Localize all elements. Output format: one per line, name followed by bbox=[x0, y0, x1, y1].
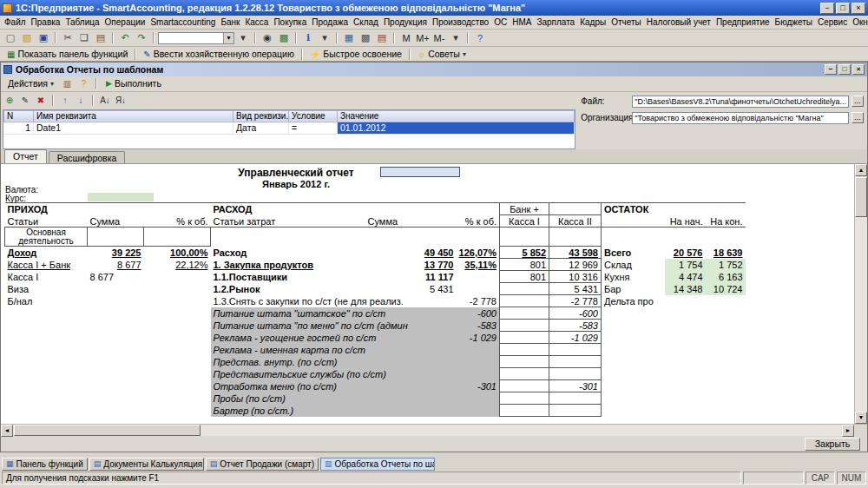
info-icon[interactable]: ℹ bbox=[300, 31, 316, 45]
table-icon[interactable]: ▦ bbox=[341, 31, 357, 45]
menu-item[interactable]: Сервис bbox=[815, 17, 850, 27]
sheet-cell[interactable] bbox=[549, 368, 602, 380]
sheet-cell[interactable]: Дельта про bbox=[602, 295, 665, 307]
sheet-cell[interactable] bbox=[144, 203, 211, 215]
sheet-cell[interactable]: 126,07% bbox=[457, 247, 500, 259]
sheet-cell[interactable] bbox=[88, 380, 144, 392]
sheet-cell[interactable] bbox=[665, 344, 706, 356]
menu-item[interactable]: Отчеты bbox=[608, 17, 644, 27]
sheet-cell[interactable] bbox=[665, 320, 706, 332]
sheet-cell[interactable]: Виза bbox=[5, 283, 88, 295]
sheet-cell[interactable]: 22,12% bbox=[144, 259, 211, 271]
selected-cell[interactable] bbox=[380, 167, 460, 177]
sheet-cell[interactable] bbox=[144, 295, 211, 307]
move-down-icon[interactable]: ↓ bbox=[74, 95, 88, 107]
sheet-cell[interactable] bbox=[549, 405, 602, 417]
sheet-cell[interactable] bbox=[602, 332, 665, 344]
sheet-cell[interactable]: 801 bbox=[500, 271, 549, 283]
sheet-cell[interactable]: Бартер (по с/ст.) bbox=[211, 405, 457, 417]
sheet-cell[interactable] bbox=[88, 392, 144, 405]
sheet-cell[interactable] bbox=[706, 380, 746, 392]
column-header-condition[interactable]: Условие bbox=[289, 110, 338, 122]
paste-icon[interactable]: ▤ bbox=[93, 31, 108, 45]
horizontal-scroll-thumb[interactable] bbox=[14, 425, 201, 436]
sheet-cell[interactable]: Банк + bbox=[500, 203, 549, 215]
scroll-down-icon[interactable]: ▼ bbox=[855, 412, 867, 424]
sheet-cell[interactable] bbox=[457, 368, 500, 380]
sheet-cell[interactable] bbox=[665, 392, 706, 405]
sheet-cell[interactable] bbox=[457, 356, 500, 368]
sheet-cell[interactable]: 6 163 bbox=[706, 271, 746, 283]
sheet-cell[interactable]: -2 778 bbox=[549, 295, 602, 307]
rate-cell[interactable] bbox=[88, 193, 154, 201]
sheet-cell[interactable] bbox=[706, 228, 746, 247]
sheet-cell[interactable]: Реклама - именная карта по с/ст bbox=[211, 344, 457, 356]
sheet-cell[interactable]: 5 431 bbox=[365, 283, 457, 295]
sheet-cell[interactable] bbox=[5, 320, 88, 332]
window-tab[interactable]: ▥Обработка Отчеты по шаб... bbox=[320, 458, 435, 471]
sheet-cell[interactable] bbox=[5, 356, 88, 368]
sheet-cell[interactable]: 801 bbox=[500, 259, 549, 271]
sheet-cell[interactable]: 1.1.Поставщики bbox=[211, 271, 365, 283]
open-folder-icon[interactable]: ▧ bbox=[19, 31, 35, 45]
sheet-cell[interactable] bbox=[144, 368, 211, 380]
sheet-cell[interactable] bbox=[602, 228, 665, 247]
selection-icon[interactable]: ▩ bbox=[276, 31, 292, 45]
sheet-cell[interactable] bbox=[5, 332, 88, 344]
copy-icon[interactable]: ❏ bbox=[76, 31, 92, 45]
sheet-cell[interactable]: Основная деятельность bbox=[5, 228, 88, 247]
sheet-cell[interactable]: 8 677 bbox=[88, 259, 144, 271]
enter-operation-button[interactable]: ✎Ввести хозяйственную операцию bbox=[139, 48, 299, 61]
menu-item[interactable]: Окна bbox=[850, 17, 868, 27]
quick-learning-button[interactable]: ⚡Быстрое освоение bbox=[306, 48, 406, 61]
sheet-cell[interactable]: -583 bbox=[549, 320, 602, 332]
sheet-cell[interactable] bbox=[500, 405, 549, 417]
vertical-scrollbar[interactable]: ▲ ▼ bbox=[854, 164, 867, 424]
chevron-down-icon[interactable]: ▾ bbox=[223, 33, 233, 43]
sheet-cell[interactable]: ОСТАТОК bbox=[602, 203, 665, 215]
sheet-cell[interactable] bbox=[144, 307, 211, 320]
memory-dropdown-icon[interactable]: ▾ bbox=[448, 31, 464, 45]
add-parameter-icon[interactable]: ⊕ bbox=[3, 95, 16, 107]
window-tab[interactable]: ▤Отчет Продажи (смарт) bbox=[206, 458, 319, 471]
sheet-cell[interactable] bbox=[88, 368, 144, 380]
sheet-cell[interactable] bbox=[144, 320, 211, 332]
menu-item[interactable]: Зарплата bbox=[534, 17, 577, 27]
sheet-cell[interactable]: Б/нал bbox=[5, 295, 88, 307]
sheet-cell[interactable] bbox=[500, 283, 549, 295]
help-icon[interactable]: ? bbox=[472, 31, 488, 45]
sheet-cell[interactable] bbox=[88, 203, 144, 215]
sheet-cell[interactable] bbox=[665, 332, 706, 344]
sort-ascending-icon[interactable]: А↓ bbox=[98, 95, 112, 107]
sheet-cell[interactable]: Статьи затрат bbox=[211, 215, 365, 228]
sheet-cell[interactable] bbox=[144, 356, 211, 368]
sheet-cell[interactable] bbox=[706, 392, 746, 405]
sheet-cell[interactable] bbox=[457, 392, 500, 405]
sheet-cell[interactable] bbox=[211, 228, 365, 247]
sheet-cell[interactable] bbox=[602, 392, 665, 405]
file-field[interactable]: "D:\Bases\BasesV8.2\Tuna\финотчеты\Otche… bbox=[632, 96, 849, 108]
sheet-cell[interactable] bbox=[365, 228, 457, 247]
sheet-cell[interactable] bbox=[549, 392, 602, 405]
find-icon[interactable]: ◉ bbox=[260, 31, 275, 45]
calculator-icon[interactable]: ▩ bbox=[358, 31, 373, 45]
new-document-icon[interactable]: ▢ bbox=[3, 31, 18, 45]
sheet-cell[interactable] bbox=[144, 392, 211, 405]
sheet-cell[interactable]: -301 bbox=[549, 380, 602, 392]
sheet-cell[interactable]: 100,00% bbox=[144, 247, 211, 259]
sheet-cell[interactable]: 1. Закупка продуктов bbox=[211, 259, 365, 271]
menu-item[interactable]: Операции bbox=[102, 17, 148, 27]
sheet-cell[interactable]: Расход bbox=[211, 247, 365, 259]
organization-browse-button[interactable]: ... bbox=[852, 112, 864, 123]
sheet-cell[interactable] bbox=[5, 405, 88, 417]
sheet-cell[interactable] bbox=[457, 203, 500, 215]
sheet-cell[interactable]: 14 348 bbox=[665, 283, 706, 295]
tab-report[interactable]: Отчет bbox=[4, 149, 47, 163]
sheet-cell[interactable] bbox=[500, 344, 549, 356]
sheet-cell[interactable] bbox=[602, 344, 665, 356]
sheet-cell[interactable] bbox=[665, 380, 706, 392]
sheet-cell[interactable] bbox=[457, 405, 500, 417]
sheet-cell[interactable]: Пробы (по с/ст) bbox=[211, 392, 457, 405]
column-header-value[interactable]: Значение bbox=[338, 110, 575, 122]
help-circle-icon[interactable]: ? bbox=[76, 77, 91, 90]
